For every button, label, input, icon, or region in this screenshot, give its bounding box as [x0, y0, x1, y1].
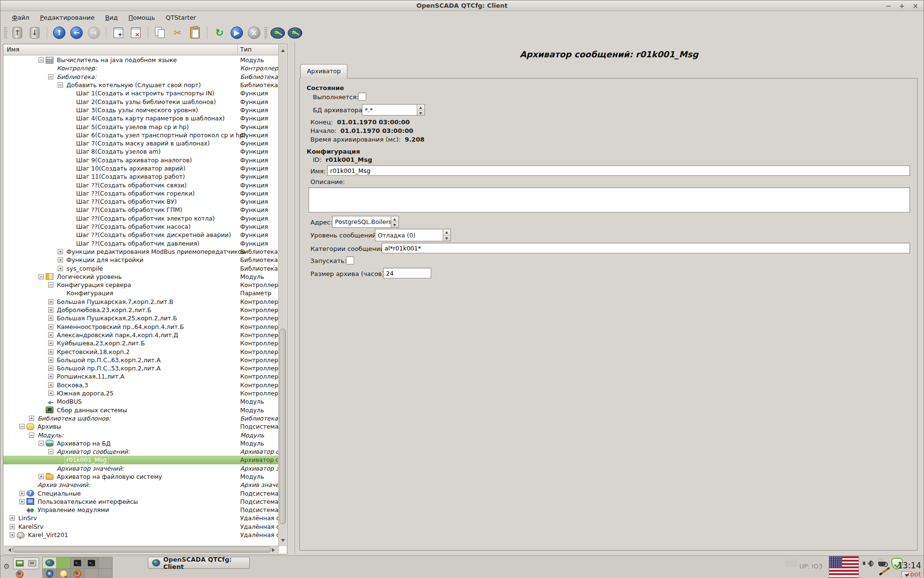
tree-row[interactable]: +LinSrvУдалённая с... — [3, 514, 279, 522]
expand-icon[interactable]: + — [48, 357, 53, 363]
tree-row[interactable]: +Каменноостровский пр.,64,корп.4,лит.БКо… — [3, 323, 279, 331]
pager-cell-empty[interactable] — [98, 557, 113, 569]
tree-row[interactable]: +Крестовский,18,корп.2Контроллер — [3, 347, 279, 355]
collapse-icon[interactable]: − — [58, 82, 63, 88]
delete-item-icon[interactable]: × — [128, 26, 143, 40]
qtui-app-icon[interactable] — [288, 26, 302, 40]
name-input[interactable] — [327, 165, 910, 176]
tree-row[interactable]: Управление модулямиПодсистема — [3, 506, 279, 514]
collapse-icon[interactable]: − — [48, 282, 53, 288]
maximize-button[interactable]: + — [898, 1, 906, 10]
taskbar-window-button[interactable]: OpenSCADA QTCfg: Client — [148, 557, 250, 569]
categories-input[interactable] — [382, 243, 910, 253]
expand-icon[interactable]: + — [48, 307, 53, 313]
expand-icon[interactable]: + — [58, 249, 63, 254]
tree-row[interactable]: Шаг 4(Создать карту параметров в шаблона… — [3, 114, 279, 122]
tree-row[interactable]: +Большой пр.П.С.,63,корп.2,лит.АКонтролл… — [3, 356, 279, 364]
tree-row[interactable]: +Библиотека шаблонов:Библиотека .. — [3, 414, 279, 422]
expand-icon[interactable]: + — [29, 416, 34, 421]
tree-row[interactable]: +Большой пр.П.С.,53,корп.2,лит.АКонтролл… — [3, 364, 279, 372]
horizontal-scroll-thumb[interactable] — [13, 547, 271, 552]
app-green-icon[interactable] — [16, 560, 24, 566]
archiver-db-combo[interactable]: *.* — [362, 104, 425, 116]
expand-icon[interactable]: + — [38, 474, 44, 479]
tree-row[interactable]: КонфигурацияПараметр — [3, 289, 279, 297]
close-button[interactable]: × — [911, 1, 920, 10]
tree-row[interactable]: +Большая Пушкарская,7,корп.2,лит.ВКонтро… — [3, 298, 279, 306]
scroll-left-icon[interactable] — [6, 548, 11, 552]
tree-row[interactable]: +СпециальныеПодсистема — [3, 489, 279, 497]
pager-cell-active[interactable] — [56, 557, 71, 569]
expand-icon[interactable]: + — [10, 524, 15, 529]
spinner-icon[interactable] — [443, 229, 450, 241]
pager-cell-postgres[interactable] — [42, 568, 57, 578]
start-icon[interactable]: ▶ — [230, 26, 244, 40]
paste-icon[interactable] — [188, 26, 202, 40]
tree-row[interactable]: +Куйбышева,23,корп.2,лит.БКонтроллер — [3, 339, 279, 347]
tree-row[interactable]: Шаг 1(Создать и настроить транспорты IN)… — [3, 89, 279, 97]
tree-row[interactable]: +Александровский парк,4,корп.4,лит.ДКонт… — [3, 331, 279, 339]
tree-row[interactable]: +Karel_Virt201Удалённая с... — [3, 531, 279, 539]
expand-icon[interactable]: + — [10, 515, 15, 521]
expand-icon[interactable]: + — [58, 266, 63, 271]
collapse-icon[interactable]: − — [38, 57, 44, 63]
collapse-icon[interactable]: − — [38, 441, 44, 446]
expand-icon[interactable]: + — [48, 341, 53, 346]
toolbar-handle[interactable] — [4, 26, 7, 39]
tree-vertical-scrollbar[interactable] — [278, 45, 286, 546]
stop-icon[interactable]: × — [247, 26, 261, 40]
tree-row[interactable]: +Большая Пушкарская,25,корп.2,лит.БКонтр… — [3, 314, 279, 322]
expand-icon[interactable]: + — [19, 499, 25, 504]
run-checkbox[interactable] — [346, 256, 354, 264]
up-level-icon[interactable]: ↑ — [52, 26, 66, 40]
scroll-up-icon[interactable] — [281, 47, 285, 52]
tree-row[interactable]: +Функции для настройкиБиблиотека — [3, 256, 279, 264]
level-combo[interactable]: Отладка (0) — [375, 229, 451, 241]
tree-row-selected[interactable]: r01k001_MsgАрхиватор с... — [3, 456, 279, 464]
tree-row[interactable]: Архиватор значений:Архиватор з... — [3, 464, 279, 473]
tree-row[interactable]: Шаг 5(Создать узелов map cp и hp)Функция — [3, 122, 279, 131]
clock[interactable]: 13:14 — [898, 561, 921, 570]
pager-cell-firefox[interactable] — [70, 568, 85, 578]
tree-row[interactable]: Шаг 9(Создать архиватор аналогов)Функция — [3, 156, 279, 164]
tree-row[interactable]: Шаг ??(Создать обработчик ГПМ)Функция — [3, 206, 279, 214]
pager-cell-empty[interactable] — [98, 568, 113, 578]
expand-icon[interactable]: + — [48, 382, 53, 388]
menu-помощь[interactable]: Помощь — [124, 13, 160, 22]
forward-icon[interactable]: → — [87, 26, 101, 40]
tree-row[interactable]: −Архиватор на БДМодуль — [3, 439, 279, 447]
tree-row[interactable]: Шаг 2(Создать узлы библиотеки шаблонов)Ф… — [3, 97, 279, 105]
expand-icon[interactable]: + — [10, 532, 15, 538]
pager-cell-sql[interactable] — [56, 568, 71, 578]
expand-icon[interactable]: + — [48, 299, 53, 304]
tree-column-type[interactable]: Тип — [238, 44, 279, 55]
tab-archivator[interactable]: Архиватор — [300, 64, 347, 79]
add-item-icon[interactable]: + — [111, 26, 126, 40]
tree-row[interactable]: +Архиватор на файловую системуМодуль — [3, 473, 279, 481]
scroll-right-icon[interactable] — [272, 548, 277, 552]
tree-row[interactable]: +sys_compileБиблиотека — [3, 264, 279, 272]
tree-row[interactable]: +Добролюбова,23,корп.2,лит.БКонтроллер — [3, 306, 279, 314]
vertical-scroll-thumb[interactable] — [280, 328, 286, 524]
expand-icon[interactable]: + — [48, 332, 53, 338]
tree-row[interactable]: Шаг 11(Создать архиватор работ)Функция — [3, 172, 279, 181]
tree-row[interactable]: Шаг 10(Создать архиватор аврий)Функция — [3, 164, 279, 172]
tree-row[interactable]: Шаг ??(Создать обработчик электро котла)… — [3, 214, 279, 223]
collapse-icon[interactable]: − — [48, 449, 53, 454]
expand-icon[interactable]: + — [48, 391, 53, 396]
volume-icon[interactable] — [863, 560, 873, 567]
coffee-icon[interactable] — [878, 562, 886, 566]
tree-row[interactable]: Шаг ??(Создать обработчик связи)Функция — [3, 181, 279, 189]
expand-icon[interactable]: + — [58, 257, 63, 263]
qtcfg-app-icon[interactable] — [270, 26, 285, 40]
menu-файл[interactable]: Файл — [7, 13, 34, 22]
refresh-icon[interactable]: ↻ — [212, 26, 227, 40]
pager-cell-terminal-1[interactable]: >_ — [70, 557, 85, 569]
tree-row[interactable]: −Архиватор сообщений:Архиватор с... — [3, 447, 279, 456]
descr-textarea[interactable] — [308, 187, 910, 212]
minimize-button[interactable]: − — [884, 1, 893, 10]
toolbar-handle[interactable] — [264, 26, 268, 39]
us-flag-icon[interactable] — [829, 556, 859, 578]
expand-icon[interactable]: + — [48, 366, 53, 371]
menu-вид[interactable]: Вид — [100, 13, 122, 22]
